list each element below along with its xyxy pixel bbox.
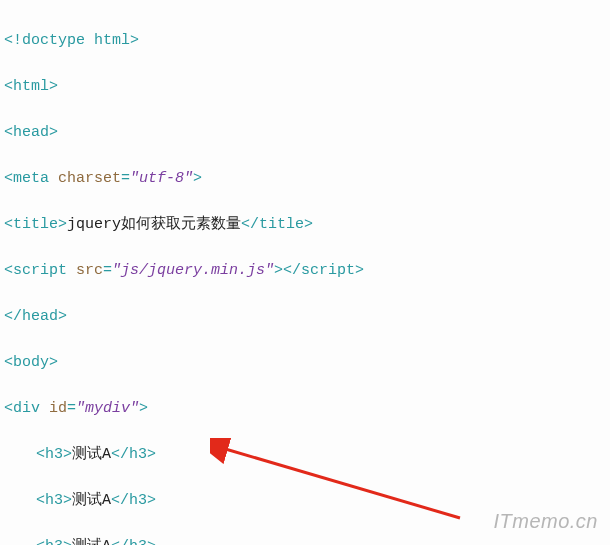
code-token: </h3> — [111, 538, 156, 545]
code-token: <title> — [4, 216, 67, 233]
code-token: <!doctype html> — [4, 32, 139, 49]
code-editor: <!doctype html> <html> <head> <meta char… — [0, 0, 610, 545]
code-token: </h3> — [111, 446, 156, 463]
code-token: jquery如何获取元素数量 — [67, 216, 241, 233]
code-token: <script — [4, 262, 67, 279]
code-token: <div — [4, 400, 40, 417]
code-token: > — [274, 262, 283, 279]
code-token: 测试A — [72, 492, 111, 509]
code-token: 测试A — [72, 538, 111, 545]
code-token: > — [139, 400, 148, 417]
code-token: <head> — [4, 124, 58, 141]
code-token: id — [49, 400, 67, 417]
code-token: charset — [58, 170, 121, 187]
code-token: </h3> — [111, 492, 156, 509]
code-token: <html> — [4, 78, 58, 95]
code-token: <meta — [4, 170, 49, 187]
code-token: <body> — [4, 354, 58, 371]
code-token: > — [193, 170, 202, 187]
code-token: "js/jquery.min.js" — [112, 262, 274, 279]
code-token: </script> — [283, 262, 364, 279]
code-token: "mydiv" — [76, 400, 139, 417]
code-token: = — [67, 400, 76, 417]
code-token: src — [76, 262, 103, 279]
code-token: "utf-8" — [130, 170, 193, 187]
code-token: 测试A — [72, 446, 111, 463]
code-token: <h3> — [36, 492, 72, 509]
watermark: ITmemo.cn — [493, 510, 598, 533]
code-token: <h3> — [36, 538, 72, 545]
code-token: = — [121, 170, 130, 187]
code-token: </title> — [241, 216, 313, 233]
code-token: <h3> — [36, 446, 72, 463]
code-token: </head> — [4, 308, 67, 325]
code-token: = — [103, 262, 112, 279]
